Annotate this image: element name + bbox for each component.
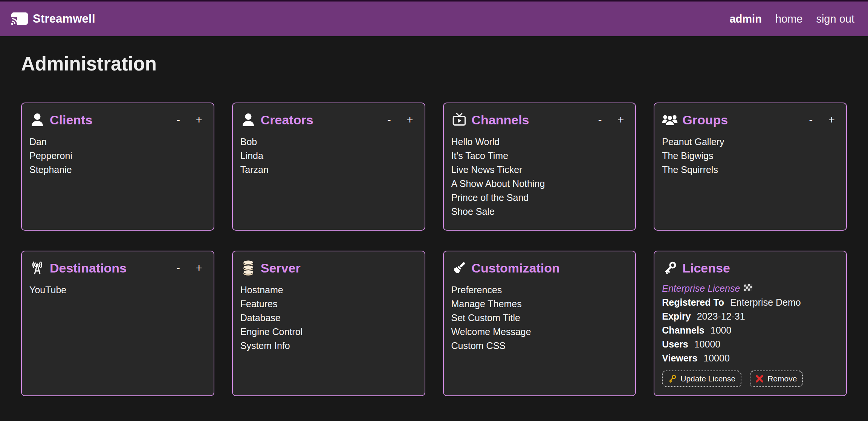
field-value: 10000 bbox=[694, 339, 721, 349]
card-title: Server bbox=[261, 261, 301, 276]
card-controls: - + bbox=[598, 115, 624, 126]
nav-admin[interactable]: admin bbox=[729, 13, 761, 25]
add-button[interactable]: + bbox=[196, 115, 202, 126]
remove-button[interactable]: - bbox=[598, 115, 602, 126]
brand[interactable]: Streamwell bbox=[11, 12, 95, 26]
card-title: License bbox=[682, 261, 730, 276]
database-icon bbox=[240, 260, 256, 276]
x-icon bbox=[755, 374, 764, 383]
card-grid: Clients - + Dan Pepperoni Stephanie Crea… bbox=[21, 103, 847, 396]
list-item[interactable]: A Show About Nothing bbox=[451, 177, 627, 191]
list-item[interactable]: Engine Control bbox=[240, 325, 416, 339]
card-controls: - + bbox=[387, 115, 413, 126]
paintbrush-icon bbox=[451, 260, 467, 276]
nav-sign-out[interactable]: sign out bbox=[816, 13, 854, 25]
list-item[interactable]: Custom CSS bbox=[451, 339, 627, 353]
license-type-label: Enterprise License bbox=[662, 282, 740, 295]
remove-button[interactable]: - bbox=[387, 115, 391, 126]
update-license-button[interactable]: Update License bbox=[662, 370, 741, 387]
card-customization: Customization Preferences Manage Themes … bbox=[443, 251, 636, 396]
field-value: 2023-12-31 bbox=[697, 311, 745, 321]
add-button[interactable]: + bbox=[828, 115, 835, 126]
page-title: Administration bbox=[21, 53, 847, 75]
field-label: Users bbox=[662, 339, 688, 349]
card-channels: Channels - + Hello World It's Taco Time … bbox=[443, 103, 636, 231]
card-clients: Clients - + Dan Pepperoni Stephanie bbox=[21, 103, 214, 231]
list-item[interactable]: The Bigwigs bbox=[662, 149, 837, 163]
card-title: Clients bbox=[50, 113, 92, 127]
card-title: Destinations bbox=[50, 261, 127, 276]
field-value: 10000 bbox=[703, 353, 730, 363]
card-title: Channels bbox=[472, 113, 529, 127]
checkered-flag-icon bbox=[744, 284, 752, 293]
field-label: Viewers bbox=[662, 353, 697, 363]
license-field: Users10000 bbox=[662, 337, 837, 351]
brand-name: Streamwell bbox=[33, 12, 95, 26]
list-item[interactable]: Preferences bbox=[451, 283, 627, 297]
license-type: Enterprise License bbox=[662, 282, 837, 295]
list-item[interactable]: Features bbox=[240, 297, 416, 311]
list-item[interactable]: Bob bbox=[240, 135, 416, 149]
broadcast-tower-icon bbox=[29, 260, 45, 276]
list-item[interactable]: Tarzan bbox=[240, 163, 416, 177]
add-button[interactable]: + bbox=[617, 115, 624, 126]
license-field: Channels1000 bbox=[662, 323, 837, 337]
license-field: Registered ToEnterprise Demo bbox=[662, 295, 837, 309]
list-item[interactable]: YouTube bbox=[29, 283, 205, 297]
card-title: Groups bbox=[682, 113, 728, 127]
tv-icon bbox=[451, 112, 467, 128]
card-title: Creators bbox=[261, 113, 313, 127]
list-item[interactable]: Database bbox=[240, 311, 416, 325]
list-item[interactable]: Dan bbox=[29, 135, 205, 149]
list-item[interactable]: Live News Ticker bbox=[451, 163, 627, 177]
card-creators: Creators - + Bob Linda Tarzan bbox=[232, 103, 425, 231]
list-item[interactable]: Stephanie bbox=[29, 163, 205, 177]
list-item[interactable]: Pepperoni bbox=[29, 149, 205, 163]
card-controls: - + bbox=[176, 263, 202, 274]
list-item[interactable]: Welcome Message bbox=[451, 325, 627, 339]
key-icon bbox=[667, 374, 677, 384]
remove-license-button[interactable]: Remove bbox=[750, 370, 803, 387]
person-icon bbox=[29, 112, 45, 128]
remove-button[interactable]: - bbox=[176, 263, 180, 274]
list-item[interactable]: The Squirrels bbox=[662, 163, 837, 177]
card-controls: - + bbox=[176, 115, 202, 126]
remove-button[interactable]: - bbox=[809, 115, 813, 126]
main-content: Administration Clients - + Dan Pepperoni… bbox=[0, 53, 868, 396]
card-controls: - + bbox=[809, 115, 835, 126]
button-label: Remove bbox=[767, 374, 797, 383]
nav-home[interactable]: home bbox=[775, 13, 803, 25]
person-icon bbox=[240, 112, 256, 128]
list-item[interactable]: Manage Themes bbox=[451, 297, 627, 311]
list-item[interactable]: Hello World bbox=[451, 135, 627, 149]
cast-icon bbox=[11, 12, 28, 25]
card-title: Customization bbox=[472, 261, 560, 276]
list-item[interactable]: It's Taco Time bbox=[451, 149, 627, 163]
card-groups: Groups - + Peanut Gallery The Bigwigs Th… bbox=[654, 103, 847, 231]
remove-button[interactable]: - bbox=[176, 115, 180, 126]
field-value: 1000 bbox=[711, 325, 732, 335]
button-label: Update License bbox=[680, 374, 735, 383]
add-button[interactable]: + bbox=[196, 263, 202, 274]
list-item[interactable]: Peanut Gallery bbox=[662, 135, 837, 149]
list-item[interactable]: System Info bbox=[240, 339, 416, 353]
people-icon bbox=[662, 112, 678, 128]
add-button[interactable]: + bbox=[407, 115, 413, 126]
field-label: Channels bbox=[662, 325, 704, 335]
field-label: Expiry bbox=[662, 311, 691, 321]
list-item[interactable]: Hostname bbox=[240, 283, 416, 297]
card-destinations: Destinations - + YouTube bbox=[21, 251, 214, 396]
card-license: License Enterprise License Registered To… bbox=[654, 251, 847, 396]
list-item[interactable]: Shoe Sale bbox=[451, 205, 627, 219]
field-value: Enterprise Demo bbox=[730, 297, 801, 308]
header-nav: admin home sign out bbox=[729, 13, 854, 25]
license-field: Expiry2023-12-31 bbox=[662, 309, 837, 323]
key-icon bbox=[662, 260, 678, 276]
list-item[interactable]: Set Custom Title bbox=[451, 311, 627, 325]
field-label: Registered To bbox=[662, 297, 724, 308]
list-item[interactable]: Linda bbox=[240, 149, 416, 163]
license-field: Viewers10000 bbox=[662, 351, 837, 365]
list-item[interactable]: Prince of the Sand bbox=[451, 191, 627, 205]
app-header: Streamwell admin home sign out bbox=[0, 2, 868, 36]
card-server: Server Hostname Features Database Engine… bbox=[232, 251, 425, 396]
